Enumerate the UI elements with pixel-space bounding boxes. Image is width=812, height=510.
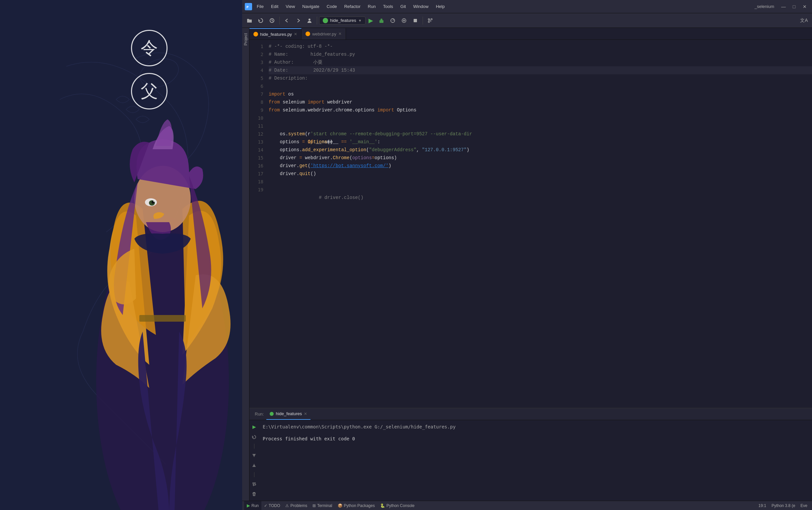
statusbar-python-packages-icon: 📦 bbox=[338, 503, 343, 508]
run-separator-2 bbox=[254, 472, 254, 478]
statusbar-run[interactable]: ▶ Run bbox=[244, 501, 261, 510]
run-separator bbox=[254, 444, 254, 449]
close-button[interactable]: ✕ bbox=[800, 3, 809, 10]
tab-bar: hide_features.py ✕ webdriver.py ✕ bbox=[250, 28, 812, 40]
statusbar-terminal-label: Terminal bbox=[317, 503, 332, 508]
run-panel: Run: hide_features ✕ ▶ bbox=[250, 408, 812, 501]
statusbar-terminal[interactable]: ⊞ Terminal bbox=[310, 501, 335, 510]
svg-rect-17 bbox=[414, 19, 417, 22]
coverage-btn[interactable] bbox=[387, 15, 398, 26]
svg-text:P: P bbox=[246, 5, 249, 9]
menu-help[interactable]: Help bbox=[433, 3, 447, 10]
code-line-17: driver.quit() bbox=[269, 170, 812, 178]
menu-view[interactable]: View bbox=[283, 3, 297, 10]
code-line-7: import os bbox=[269, 90, 812, 98]
menu-file[interactable]: File bbox=[254, 3, 266, 10]
menu-edit[interactable]: Edit bbox=[268, 3, 281, 10]
code-line-10 bbox=[269, 114, 812, 122]
svg-point-14 bbox=[380, 19, 382, 21]
toolbar-folder-btn[interactable] bbox=[244, 15, 255, 26]
code-line-5: # Description: bbox=[269, 74, 812, 82]
code-line-13: options = Options() bbox=[269, 138, 812, 146]
toolbar-user-btn[interactable] bbox=[304, 15, 315, 26]
menu-tools[interactable]: Tools bbox=[380, 3, 396, 10]
tab-webdriver-close[interactable]: ✕ bbox=[338, 31, 342, 36]
debug-btn[interactable] bbox=[376, 15, 387, 26]
code-line-2: # Name: hide_features.py bbox=[269, 51, 812, 58]
run-command: E:\Virtualenv\common\Scripts\python.exe … bbox=[263, 423, 808, 431]
statusbar-right: 19:1 Python 3.8 (e Eve bbox=[756, 503, 810, 508]
main-content: Project hide_features.py ✕ webdriver.py … bbox=[242, 28, 812, 501]
run-tab-bar: Run: hide_features ✕ bbox=[250, 408, 812, 420]
run-wrap-btn[interactable] bbox=[250, 479, 259, 488]
kanji-circle-1: 令 bbox=[131, 30, 168, 66]
statusbar-event-log[interactable]: Eve bbox=[798, 503, 810, 508]
vcs-btn[interactable] bbox=[425, 15, 436, 26]
app-icon: P bbox=[245, 3, 252, 10]
run-tab-active[interactable]: hide_features ✕ bbox=[266, 408, 311, 420]
project-tab-label[interactable]: Project bbox=[243, 31, 249, 48]
statusbar-run-icon: ▶ bbox=[247, 503, 250, 508]
svg-point-19 bbox=[431, 19, 432, 20]
menu-run[interactable]: Run bbox=[365, 3, 378, 10]
statusbar-python-version[interactable]: Python 3.8 (e bbox=[769, 503, 798, 508]
toolbar: hide_features ▼ ▶ 文A bbox=[242, 13, 812, 28]
run-tab-name: hide_features bbox=[276, 411, 302, 416]
toolbar-forward-btn[interactable] bbox=[293, 15, 303, 26]
code-editor[interactable]: 1 2 3 4 5 6 7 8 9 10 11 12 13 14 bbox=[250, 40, 812, 408]
run-output: E:\Virtualenv\common\Scripts\python.exe … bbox=[259, 420, 812, 501]
code-lines: # -*- coding: utf-8 -*- # Name: hide_fea… bbox=[266, 40, 812, 408]
statusbar-todo[interactable]: ✓ TODO bbox=[261, 501, 283, 510]
statusbar: ▶ Run ✓ TODO ⚠ Problems ⊞ Terminal 📦 Pyt… bbox=[242, 501, 812, 510]
stop-btn[interactable] bbox=[410, 15, 420, 26]
run-tab-close[interactable]: ✕ bbox=[304, 412, 307, 416]
svg-point-20 bbox=[428, 21, 430, 23]
code-line-16: driver.get('https://bot.sannysoft.com/') bbox=[269, 162, 812, 170]
statusbar-python-console[interactable]: 🐍 Python Console bbox=[377, 501, 417, 510]
statusbar-problems[interactable]: ⚠ Problems bbox=[283, 501, 310, 510]
run-config-dropdown[interactable]: hide_features ▼ bbox=[319, 17, 366, 25]
run-config-icon bbox=[323, 18, 328, 23]
run-trash-btn[interactable] bbox=[250, 490, 259, 499]
run-button[interactable]: ▶ bbox=[366, 16, 376, 25]
run-rerun-btn[interactable] bbox=[250, 432, 259, 441]
tab-hide-features-close[interactable]: ✕ bbox=[294, 32, 297, 36]
svg-rect-13 bbox=[379, 20, 383, 23]
toolbar-sync-btn[interactable] bbox=[267, 15, 277, 26]
run-scroll-bottom-btn[interactable] bbox=[250, 461, 259, 470]
toolbar-sep-1 bbox=[279, 17, 280, 25]
toolbar-refresh-btn[interactable] bbox=[255, 15, 266, 26]
maximize-button[interactable]: □ bbox=[789, 3, 799, 10]
statusbar-python-console-label: Python Console bbox=[386, 503, 415, 508]
editor-area: hide_features.py ✕ webdriver.py ✕ 1 2 3 bbox=[250, 28, 812, 501]
profile-btn[interactable] bbox=[399, 15, 409, 26]
run-play-btn[interactable]: ▶ bbox=[250, 422, 259, 431]
tab-webdriver-icon bbox=[306, 31, 310, 36]
statusbar-position-label: 19:1 bbox=[759, 503, 766, 508]
tab-webdriver[interactable]: webdriver.py ✕ bbox=[301, 28, 346, 39]
menu-window[interactable]: Window bbox=[411, 3, 431, 10]
translate-btn[interactable]: 文A bbox=[798, 15, 810, 26]
run-scroll-top-btn[interactable] bbox=[250, 451, 259, 459]
menu-refactor[interactable]: Refactor bbox=[342, 3, 363, 10]
menu-code[interactable]: Code bbox=[324, 3, 340, 10]
run-config-label: hide_features bbox=[330, 18, 356, 23]
code-line-19 bbox=[269, 186, 812, 194]
run-tab-icon bbox=[270, 412, 274, 416]
menu-git[interactable]: Git bbox=[398, 3, 409, 10]
run-config-arrow: ▼ bbox=[358, 19, 362, 23]
toolbar-back-btn[interactable] bbox=[282, 15, 292, 26]
statusbar-problems-label: Problems bbox=[290, 503, 307, 508]
statusbar-position[interactable]: 19:1 bbox=[756, 503, 769, 508]
wallpaper-panel: 令 父 bbox=[0, 0, 242, 510]
code-line-8: from selenium import webdriver bbox=[269, 98, 812, 106]
line-numbers: 1 2 3 4 5 6 7 8 9 10 11 12 13 14 bbox=[250, 40, 266, 408]
menu-navigate[interactable]: Navigate bbox=[299, 3, 322, 10]
kanji-circle-2: 父 bbox=[131, 73, 168, 110]
tab-hide-features[interactable]: hide_features.py ✕ bbox=[250, 28, 301, 39]
statusbar-python-console-icon: 🐍 bbox=[380, 503, 385, 508]
minimize-button[interactable]: — bbox=[779, 3, 788, 10]
toolbar-sep-2 bbox=[317, 17, 317, 25]
statusbar-python-packages[interactable]: 📦 Python Packages bbox=[335, 501, 377, 510]
run-result: Process finished with exit code 0 bbox=[263, 435, 808, 443]
